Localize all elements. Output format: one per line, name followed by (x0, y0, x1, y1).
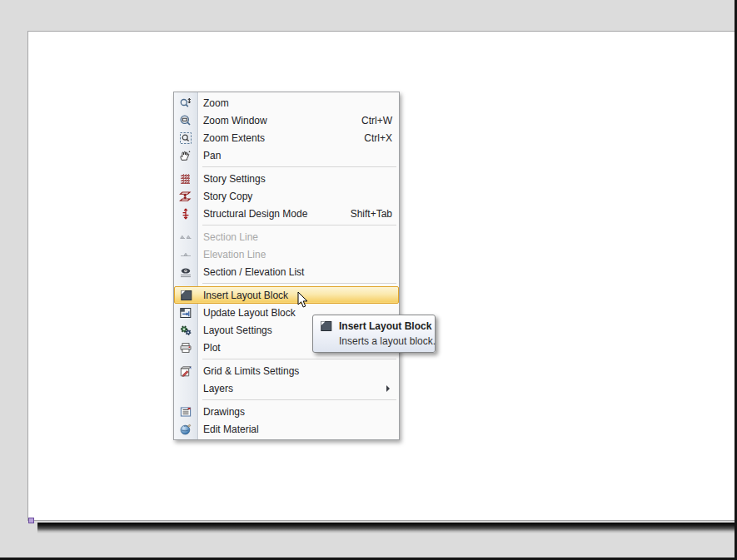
menu-item-label: Zoom (197, 97, 229, 109)
tooltip-title: Insert Layout Block (339, 320, 431, 332)
menu-item-shortcut: Ctrl+X (354, 132, 392, 144)
grid-limits-icon (174, 364, 197, 378)
menu-item-label: Structural Design Mode (197, 208, 307, 220)
menu-item-section-elevation-list[interactable]: Section / Elevation List (174, 263, 399, 280)
menu-item-edit-material[interactable]: Edit Material (174, 420, 399, 438)
story-settings-icon (174, 172, 197, 186)
pan-icon (174, 149, 197, 162)
menu-item-section-line: Section Line (174, 228, 399, 245)
layout-block-icon (320, 320, 333, 333)
menu-item-label: Section Line (197, 231, 258, 243)
canvas-drop-shadow (37, 523, 735, 533)
drawings-icon (174, 405, 197, 419)
plot-icon (174, 341, 197, 354)
menu-separator (174, 397, 399, 403)
mouse-cursor-icon (297, 291, 309, 309)
layout-block-icon (175, 289, 197, 302)
menu-item-structural-design-mode[interactable]: Structural Design ModeShift+Tab (174, 205, 399, 222)
menu-item-elevation-line: Elevation Line (174, 245, 399, 263)
menu-item-story-settings[interactable]: Story Settings (174, 170, 399, 187)
menu-item-zoom[interactable]: Zoom (174, 94, 399, 112)
menu-item-label: Drawings (197, 406, 245, 418)
menu-item-label: Pan (197, 150, 221, 161)
menu-item-label: Story Copy (197, 191, 252, 202)
context-menu: ZoomZoom WindowCtrl+WZoom ExtentsCtrl+XP… (173, 92, 400, 440)
zoom-extents-icon (174, 131, 197, 145)
submenu-arrow-icon (386, 385, 390, 392)
zoom-window-icon (174, 114, 197, 127)
menu-separator (174, 222, 399, 228)
menu-item-zoom-window[interactable]: Zoom WindowCtrl+W (174, 112, 399, 129)
menu-item-zoom-extents[interactable]: Zoom ExtentsCtrl+X (174, 129, 399, 146)
menu-item-grid-limits-settings[interactable]: Grid & Limits Settings (174, 362, 399, 379)
menu-item-label: Story Settings (197, 173, 266, 185)
context-menu-items: ZoomZoom WindowCtrl+WZoom ExtentsCtrl+XP… (174, 94, 399, 438)
update-layout-block-icon (174, 306, 197, 320)
menu-item-insert-layout-block[interactable]: Insert Layout Block (174, 286, 399, 304)
structural-design-mode-icon (174, 207, 197, 221)
menu-item-label: Edit Material (197, 424, 259, 435)
menu-item-shortcut: Ctrl+W (351, 115, 392, 126)
tooltip-description: Inserts a layout block. (339, 335, 428, 347)
menu-item-label: Plot (197, 342, 221, 354)
menu-item-label: Elevation Line (197, 249, 266, 260)
menu-item-label: Zoom Extents (197, 132, 265, 144)
menu-item-label: Update Layout Block (197, 307, 296, 319)
zoom-icon (174, 97, 197, 110)
menu-item-pan[interactable]: Pan (174, 146, 399, 164)
menu-item-label: Layout Settings (197, 325, 272, 336)
menu-item-layers[interactable]: Layers (174, 379, 399, 397)
menu-item-label: Layers (197, 383, 233, 394)
menu-separator (174, 280, 399, 286)
menu-separator (174, 164, 399, 170)
section-line-icon (174, 230, 197, 244)
story-copy-icon (174, 190, 197, 203)
menu-item-label: Section / Elevation List (197, 266, 304, 278)
menu-item-story-copy[interactable]: Story Copy (174, 187, 399, 205)
elevation-line-icon (174, 248, 197, 261)
menu-item-shortcut: Shift+Tab (341, 208, 392, 220)
layout-settings-icon (174, 324, 197, 337)
app-window: { "app": { "background_color": "#dcdcdc"… (0, 0, 737, 560)
menu-item-label: Grid & Limits Settings (197, 365, 299, 377)
section-elevation-list-icon (174, 265, 197, 279)
selection-grip[interactable] (28, 518, 34, 523)
tooltip: Insert Layout Block Inserts a layout blo… (312, 315, 436, 353)
menu-item-label: Zoom Window (197, 115, 267, 126)
menu-item-drawings[interactable]: Drawings (174, 403, 399, 420)
menu-item-label: Insert Layout Block (197, 290, 288, 301)
edit-material-icon (174, 423, 197, 436)
menu-separator (174, 356, 399, 362)
